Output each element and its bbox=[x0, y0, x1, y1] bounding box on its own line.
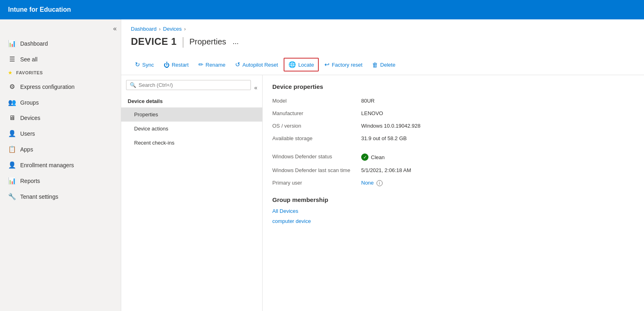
favorites-section-label: ★ FAVORITES bbox=[0, 67, 121, 79]
sidebar-item-see-all[interactable]: ☰ See all bbox=[0, 51, 121, 67]
breadcrumb-devices[interactable]: Devices bbox=[163, 26, 182, 32]
restart-button[interactable]: ⏻ Restart bbox=[160, 59, 193, 71]
rename-icon: ✏ bbox=[198, 61, 204, 68]
storage-label: Available storage bbox=[272, 133, 361, 143]
sidebar-item-label: Express configuration bbox=[20, 84, 75, 90]
os-version-value: Windows 10.0.19042.928 bbox=[361, 121, 634, 131]
left-panel: 🔍 « Device details Properties Device act… bbox=[121, 75, 263, 311]
sidebar-item-label: Devices bbox=[20, 115, 40, 121]
right-panel: Device properties Model 80UR Manufacture… bbox=[263, 75, 644, 311]
page-header: DEVICE 1 | Properties ... bbox=[121, 32, 644, 55]
sidebar-item-express-config[interactable]: ⚙ Express configuration bbox=[0, 79, 121, 95]
left-panel-item-recent-check-ins[interactable]: Recent check-ins bbox=[121, 136, 262, 150]
list-icon: ☰ bbox=[8, 55, 16, 63]
main-content: Dashboard › Devices › DEVICE 1 | Propert… bbox=[121, 19, 644, 311]
group-link-all-devices[interactable]: All Devices bbox=[272, 208, 634, 214]
primary-user-label: Primary user bbox=[272, 178, 361, 188]
breadcrumb-sep-1: › bbox=[159, 26, 161, 32]
sync-icon: ↻ bbox=[135, 61, 140, 68]
sidebar-item-groups[interactable]: 👥 Groups bbox=[0, 95, 121, 110]
search-bar[interactable]: 🔍 bbox=[126, 80, 251, 90]
defender-scan-value: 5/1/2021, 2:06:18 AM bbox=[361, 165, 634, 175]
sidebar-item-dashboard[interactable]: 📊 Dashboard bbox=[0, 36, 121, 51]
action-toolbar: ↻ Sync ⏻ Restart ✏ Rename ↺ Autopilot Re… bbox=[121, 55, 644, 75]
settings-icon: 🔧 bbox=[8, 193, 16, 200]
sync-button[interactable]: ↻ Sync bbox=[131, 59, 158, 71]
dashboard-icon: 📊 bbox=[8, 40, 16, 47]
model-label: Model bbox=[272, 96, 361, 106]
sidebar-collapse[interactable]: « bbox=[0, 23, 121, 36]
defender-scan-label: Windows Defender last scan time bbox=[272, 165, 361, 175]
breadcrumb-dashboard[interactable]: Dashboard bbox=[131, 26, 157, 32]
delete-icon: 🗑 bbox=[372, 61, 378, 68]
groups-icon: 👥 bbox=[8, 99, 16, 106]
device-properties-title: Device properties bbox=[272, 83, 634, 90]
reports-icon: 📊 bbox=[8, 177, 16, 185]
defender-grid: Windows Defender status ✓ Clean Windows … bbox=[272, 151, 634, 188]
primary-user-link[interactable]: None bbox=[361, 180, 374, 186]
search-row: 🔍 « bbox=[121, 80, 262, 95]
express-config-icon: ⚙ bbox=[8, 83, 16, 90]
locate-button[interactable]: 🌐 Locate bbox=[284, 58, 319, 71]
os-version-label: OS / version bbox=[272, 121, 361, 131]
left-panel-item-properties[interactable]: Properties bbox=[121, 107, 262, 122]
page-title: DEVICE 1 bbox=[131, 36, 177, 47]
properties-grid: Model 80UR Manufacturer LENOVO OS / vers… bbox=[272, 96, 634, 143]
search-input[interactable] bbox=[139, 82, 247, 88]
page-subtitle: Properties bbox=[189, 37, 226, 46]
locate-icon: 🌐 bbox=[288, 61, 296, 68]
autopilot-icon: ↺ bbox=[235, 61, 240, 68]
sidebar-item-label: See all bbox=[20, 56, 38, 63]
storage-value: 31.9 out of 58.2 GB bbox=[361, 133, 634, 143]
sidebar-item-apps[interactable]: 📋 Apps bbox=[0, 141, 121, 157]
factory-reset-icon: ↩ bbox=[324, 61, 330, 68]
enrollment-icon: 👤 bbox=[8, 161, 16, 169]
sidebar-item-label: Tenant settings bbox=[20, 193, 58, 200]
manufacturer-value: LENOVO bbox=[361, 108, 634, 118]
group-link-computer-device[interactable]: computer device bbox=[272, 218, 634, 224]
sidebar-item-devices[interactable]: 🖥 Devices bbox=[0, 110, 121, 126]
restart-icon: ⏻ bbox=[164, 61, 170, 68]
sidebar-item-label: Users bbox=[20, 130, 35, 137]
app-title: Intune for Education bbox=[8, 6, 71, 13]
sidebar-item-label: Apps bbox=[20, 146, 33, 153]
factory-reset-button[interactable]: ↩ Factory reset bbox=[320, 59, 366, 71]
sidebar: « 📊 Dashboard ☰ See all ★ FAVORITES ⚙ Ex… bbox=[0, 19, 121, 311]
breadcrumb-sep-2: › bbox=[184, 26, 186, 32]
devices-icon: 🖥 bbox=[8, 114, 16, 122]
group-membership-title: Group membership bbox=[272, 196, 634, 203]
left-panel-collapse-button[interactable]: « bbox=[254, 84, 257, 91]
primary-user-info-icon[interactable]: i bbox=[377, 180, 383, 186]
sidebar-item-label: Groups bbox=[20, 99, 39, 106]
breadcrumb: Dashboard › Devices › bbox=[121, 19, 644, 32]
manufacturer-label: Manufacturer bbox=[272, 108, 361, 118]
rename-button[interactable]: ✏ Rename bbox=[194, 59, 229, 71]
defender-status-label: Windows Defender status bbox=[272, 151, 361, 163]
sidebar-item-label: Dashboard bbox=[20, 40, 48, 47]
sidebar-item-users[interactable]: 👤 Users bbox=[0, 126, 121, 141]
sidebar-item-tenant-settings[interactable]: 🔧 Tenant settings bbox=[0, 189, 121, 204]
apps-icon: 📋 bbox=[8, 145, 16, 153]
delete-button[interactable]: 🗑 Delete bbox=[368, 59, 400, 71]
autopilot-reset-button[interactable]: ↺ Autopilot Reset bbox=[231, 59, 282, 71]
primary-user-value: None i bbox=[361, 178, 634, 188]
sidebar-item-label: Enrollment managers bbox=[20, 162, 74, 168]
left-panel-section-title: Device details bbox=[121, 95, 262, 107]
model-value: 80UR bbox=[361, 96, 634, 106]
topbar: Intune for Education bbox=[0, 0, 644, 19]
two-panel: 🔍 « Device details Properties Device act… bbox=[121, 75, 644, 311]
sidebar-item-enrollment-managers[interactable]: 👤 Enrollment managers bbox=[0, 157, 121, 173]
search-icon: 🔍 bbox=[130, 82, 136, 88]
page-title-divider: | bbox=[181, 35, 184, 48]
app-body: « 📊 Dashboard ☰ See all ★ FAVORITES ⚙ Ex… bbox=[0, 19, 644, 311]
star-icon: ★ bbox=[8, 70, 13, 75]
left-panel-item-device-actions[interactable]: Device actions bbox=[121, 122, 262, 136]
sidebar-item-label: Reports bbox=[20, 178, 40, 184]
sidebar-item-reports[interactable]: 📊 Reports bbox=[0, 173, 121, 189]
defender-status-value: ✓ Clean bbox=[361, 151, 634, 163]
page-more-button[interactable]: ... bbox=[231, 38, 240, 46]
defender-clean-icon: ✓ bbox=[361, 153, 368, 161]
users-icon: 👤 bbox=[8, 130, 16, 137]
